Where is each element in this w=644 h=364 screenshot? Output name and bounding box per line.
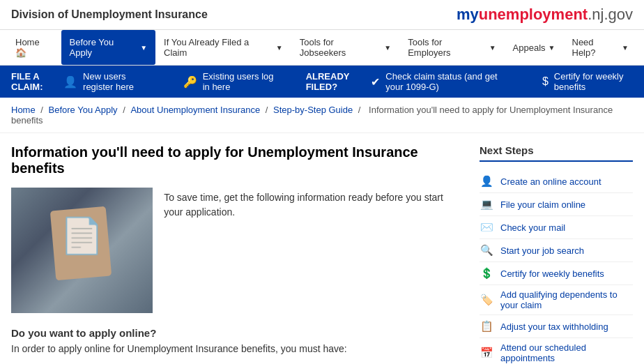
breadcrumb-about-ui[interactable]: About Unemployment Insurance bbox=[130, 105, 260, 115]
page-title: Information you'll need to apply for Une… bbox=[11, 144, 463, 176]
logo-unemployment: unemployment bbox=[479, 6, 588, 23]
chevron-down-icon: ▼ bbox=[384, 44, 391, 52]
sidebar-item[interactable]: 💲 Certify for weekly benefits bbox=[480, 262, 633, 285]
site-title: Division of Unemployment Insurance bbox=[11, 8, 208, 21]
breadcrumb: Home / Before You Apply / About Unemploy… bbox=[0, 98, 644, 133]
nav-home[interactable]: Home 🏠 bbox=[7, 30, 61, 65]
chevron-down-icon: ▼ bbox=[549, 44, 555, 52]
intro-section: To save time, get the following informat… bbox=[11, 188, 463, 313]
apply-section: Do you want to apply online? In order to… bbox=[11, 327, 463, 364]
chevron-down-icon: ▼ bbox=[489, 44, 496, 52]
sidebar-item[interactable]: 👤 Create an online account bbox=[480, 170, 633, 193]
sidebar-item-link[interactable]: Add qualifying dependents to your claim bbox=[500, 289, 633, 310]
breadcrumb-sep: / bbox=[266, 105, 270, 115]
sidebar-item-icon: ✉️ bbox=[480, 220, 493, 234]
check-icon: ✔ bbox=[371, 75, 380, 89]
list-item: Worked only in New Jersey in the last 18… bbox=[28, 360, 463, 364]
sidebar-item[interactable]: 🏷️ Add qualifying dependents to your cla… bbox=[480, 285, 633, 315]
certify-section: $ Certify for weekly benefits bbox=[542, 71, 633, 92]
existing-users-section: 🔑 Existing users log in here bbox=[183, 71, 278, 92]
existing-users-link[interactable]: Existing users log in here bbox=[203, 71, 278, 92]
sidebar-item-icon: 📅 bbox=[480, 346, 493, 360]
content-left: Information you'll need to apply for Une… bbox=[11, 144, 463, 364]
chevron-down-icon: ▼ bbox=[140, 44, 147, 52]
breadcrumb-home[interactable]: Home bbox=[11, 105, 36, 115]
certify-link[interactable]: Certify for weekly benefits bbox=[554, 71, 633, 92]
file-claim-label: FILE A CLAIM: bbox=[11, 71, 58, 92]
new-user-icon: 👤 bbox=[63, 75, 77, 89]
sidebar-item-link[interactable]: Create an online account bbox=[500, 176, 601, 187]
breadcrumb-sep: / bbox=[358, 105, 363, 115]
main-nav: Home 🏠 Before You Apply ▼ If You Already… bbox=[0, 30, 644, 66]
nav-already-filed[interactable]: If You Already Filed a Claim ▼ bbox=[155, 30, 291, 65]
already-filed-section: ALREADY FILED? ✔ Check claim status (and… bbox=[306, 71, 514, 92]
check-claim-link[interactable]: Check claim status (and get your 1099-G) bbox=[385, 71, 514, 92]
sidebar-item-link[interactable]: Adjust your tax withholding bbox=[500, 321, 608, 332]
already-filed-label: ALREADY FILED? bbox=[306, 71, 366, 92]
sidebar-item-icon: 🏷️ bbox=[480, 293, 493, 307]
sidebar-item-link[interactable]: Certify for weekly benefits bbox=[500, 268, 604, 279]
chevron-down-icon: ▼ bbox=[622, 44, 629, 52]
apply-online-subtitle: In order to apply online for Unemploymen… bbox=[11, 343, 463, 354]
intro-image bbox=[11, 188, 153, 313]
logo-area: myunemployment.nj.gov bbox=[457, 6, 633, 24]
sidebar-title: Next Steps bbox=[480, 144, 633, 162]
nav-tools-employers[interactable]: Tools for Employers ▼ bbox=[399, 30, 504, 65]
sidebar-item-link[interactable]: Check your mail bbox=[500, 222, 565, 233]
breadcrumb-sep: / bbox=[123, 105, 128, 115]
sidebar-item-icon: 👤 bbox=[480, 174, 493, 188]
sidebar-item-icon: 💲 bbox=[480, 266, 493, 280]
sidebar-item-icon: 🔍 bbox=[480, 243, 493, 257]
main-content: Information you'll need to apply for Une… bbox=[0, 133, 644, 364]
sidebar-item[interactable]: 💻 File your claim online bbox=[480, 193, 633, 216]
nav-need-help[interactable]: Need Help? ▼ bbox=[564, 30, 638, 65]
blue-bar: FILE A CLAIM: 👤 New users register here … bbox=[0, 66, 644, 98]
new-users-link[interactable]: New users register here bbox=[83, 71, 155, 92]
sidebar-item-link[interactable]: Attend our scheduled appointments bbox=[500, 342, 633, 363]
apply-list: Worked only in New Jersey in the last 18… bbox=[28, 360, 463, 364]
sidebar: Next Steps 👤 Create an online account 💻 … bbox=[480, 144, 633, 364]
breadcrumb-sep: / bbox=[40, 105, 45, 115]
sidebar-item-icon: 📋 bbox=[480, 319, 493, 333]
sidebar-item[interactable]: ✉️ Check your mail bbox=[480, 216, 633, 239]
chevron-down-icon: ▼ bbox=[276, 44, 283, 52]
apply-online-title: Do you want to apply online? bbox=[11, 327, 463, 339]
breadcrumb-before-apply[interactable]: Before You Apply bbox=[49, 105, 118, 115]
dollar-icon: $ bbox=[542, 75, 549, 88]
sidebar-items: 👤 Create an online account 💻 File your c… bbox=[480, 170, 633, 364]
sidebar-item[interactable]: 📅 Attend our scheduled appointments bbox=[480, 338, 633, 364]
sidebar-item[interactable]: 🔍 Start your job search bbox=[480, 239, 633, 262]
sidebar-item[interactable]: 📋 Adjust your tax withholding bbox=[480, 315, 633, 338]
nav-appeals[interactable]: Appeals ▼ bbox=[505, 36, 564, 60]
top-header: Division of Unemployment Insurance myune… bbox=[0, 0, 644, 30]
intro-text: To save time, get the following informat… bbox=[164, 188, 463, 313]
breadcrumb-guide[interactable]: Step-by-Step Guide bbox=[273, 105, 353, 115]
sidebar-item-link[interactable]: File your claim online bbox=[500, 199, 585, 210]
nav-before-you-apply[interactable]: Before You Apply ▼ bbox=[61, 30, 155, 65]
logo-rest: .nj.gov bbox=[588, 6, 633, 23]
sidebar-item-icon: 💻 bbox=[480, 197, 493, 211]
logo-my: my bbox=[457, 6, 479, 23]
login-icon: 🔑 bbox=[183, 75, 197, 89]
nav-tools-jobseekers[interactable]: Tools for Jobseekers ▼ bbox=[291, 30, 399, 65]
file-claim-section: FILE A CLAIM: 👤 New users register here bbox=[11, 71, 155, 92]
sidebar-item-link[interactable]: Start your job search bbox=[500, 245, 584, 256]
